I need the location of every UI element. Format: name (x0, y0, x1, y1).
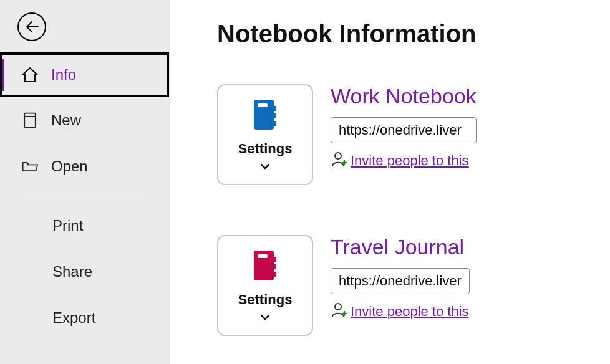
svg-point-7 (335, 153, 341, 159)
sidebar-item-new[interactable]: New (0, 97, 169, 143)
folder-open-icon (20, 156, 40, 176)
backstage-sidebar: Info New Open Print Share Export (0, 0, 170, 364)
back-arrow-icon (24, 19, 39, 34)
sidebar-label: Print (52, 217, 83, 234)
sidebar-label: Export (52, 309, 95, 327)
invite-label: Invite people to this (351, 304, 469, 320)
sidebar-item-share[interactable]: Share (0, 249, 169, 295)
invite-people-link[interactable]: Invite people to this (331, 302, 470, 322)
notebook-row: Settings Work Notebook https://onedrive.… (217, 84, 487, 185)
notebook-settings-button[interactable]: Settings (217, 84, 313, 185)
notebook-title-link[interactable]: Travel Journal (331, 235, 470, 259)
back-button[interactable] (17, 12, 46, 41)
sidebar-label: Open (51, 158, 88, 175)
svg-rect-12 (274, 272, 276, 277)
svg-rect-0 (24, 113, 36, 128)
svg-rect-11 (274, 264, 276, 269)
sidebar-item-print[interactable]: Print (0, 203, 169, 249)
invite-label: Invite people to this (351, 153, 469, 169)
svg-rect-5 (274, 113, 276, 118)
sidebar-divider (22, 196, 150, 196)
sidebar-label: New (51, 112, 81, 129)
person-add-icon (331, 151, 347, 171)
svg-rect-6 (274, 121, 276, 126)
content-area: Notebook Information Settings Work Noteb… (170, 0, 610, 364)
svg-rect-10 (274, 257, 276, 262)
page-title: Notebook Information (217, 20, 487, 48)
sidebar-item-info[interactable]: Info (0, 52, 169, 97)
svg-rect-4 (274, 106, 276, 111)
notebook-url-field[interactable]: https://onedrive.liver (331, 268, 470, 294)
chevron-down-icon (260, 161, 270, 172)
notebook-icon (250, 97, 280, 135)
svg-point-13 (335, 304, 341, 310)
home-icon (20, 65, 40, 85)
notebook-icon (250, 248, 280, 285)
settings-label: Settings (238, 141, 293, 157)
notebook-url-field[interactable]: https://onedrive.liver (331, 117, 477, 143)
settings-label: Settings (238, 292, 293, 308)
notebook-row: Settings Travel Journal https://onedrive… (217, 235, 487, 336)
svg-rect-3 (258, 103, 268, 107)
page-icon (20, 110, 40, 130)
svg-rect-9 (258, 254, 268, 258)
invite-people-link[interactable]: Invite people to this (331, 151, 477, 171)
sidebar-label: Share (52, 263, 92, 280)
sidebar-item-export[interactable]: Export (0, 295, 169, 341)
notebook-title-link[interactable]: Work Notebook (331, 84, 477, 108)
notebook-settings-button[interactable]: Settings (217, 235, 313, 336)
sidebar-label: Info (51, 66, 76, 84)
person-add-icon (331, 302, 347, 322)
sidebar-item-open[interactable]: Open (0, 143, 169, 189)
chevron-down-icon (260, 312, 270, 323)
